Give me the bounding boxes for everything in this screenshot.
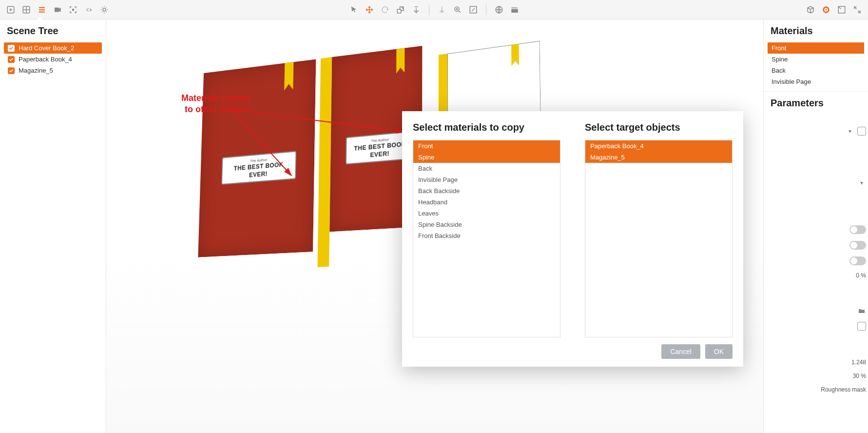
tree-item-label: Hard Cover Book_2	[19, 44, 74, 52]
toolbar-separator	[486, 4, 486, 15]
add-icon[interactable]	[4, 3, 18, 17]
scene-tree-item[interactable]: Hard Cover Book_2	[4, 42, 102, 54]
scene-tree-item[interactable]: Magazine_5	[4, 65, 102, 76]
copy-materials-dialog: Select materials to copy FrontSpineBackI…	[402, 111, 743, 367]
parameters-title: Parameters	[764, 91, 868, 114]
dialog-material-item[interactable]: Front	[413, 140, 560, 152]
clapper-icon[interactable]	[508, 3, 521, 17]
materials-list: FrontSpineBackInvisible Page	[764, 41, 868, 88]
chevron-down-icon[interactable]: ▾	[857, 178, 866, 187]
dialog-material-item[interactable]: Spine	[413, 152, 560, 163]
cube-icon[interactable]	[804, 3, 817, 17]
zoom-icon[interactable]	[451, 3, 464, 17]
dialog-material-item[interactable]: Back Backside	[413, 185, 560, 197]
move-icon[interactable]	[363, 3, 376, 17]
dialog-material-item[interactable]: Invisible Page	[413, 174, 560, 185]
checkbox[interactable]	[857, 322, 866, 331]
scene-tree-item[interactable]: Paperback Book_4	[4, 54, 102, 65]
material-icon[interactable]	[819, 3, 833, 17]
top-toolbar	[0, 0, 868, 20]
active-tab-indicator	[37, 17, 43, 20]
folder-icon[interactable]	[857, 307, 866, 315]
value-label: 0 %	[856, 272, 866, 279]
svg-point-2	[73, 9, 74, 10]
focus-icon[interactable]	[66, 3, 80, 17]
scene-tree-panel: Scene Tree Hard Cover Book_2Paperback Bo…	[0, 20, 106, 433]
globe-icon[interactable]	[492, 3, 506, 17]
parameters-controls: ▾ ▾ 0 % 1.248 30 % Roughness mask	[821, 127, 866, 393]
svg-point-10	[826, 9, 827, 10]
materials-title: Materials	[764, 20, 868, 41]
cursor-icon[interactable]	[347, 3, 361, 17]
rotate-icon[interactable]	[378, 3, 392, 17]
dialog-materials-list[interactable]: FrontSpineBackInvisible PageBack Backsid…	[413, 140, 560, 337]
toggle[interactable]	[849, 241, 866, 250]
chevron-down-icon[interactable]: ▾	[846, 127, 854, 136]
dialog-targets-list[interactable]: Paperback Book_4Magazine_5	[585, 140, 733, 337]
panel-icon[interactable]	[835, 3, 849, 17]
material-item[interactable]: Spine	[768, 54, 864, 65]
ok-button[interactable]: OK	[705, 344, 733, 359]
toggle[interactable]	[849, 225, 866, 234]
tree-item-label: Paperback Book_4	[19, 56, 72, 63]
dialog-right-title: Select target objects	[585, 122, 733, 133]
value-label: 30 %	[853, 373, 866, 379]
svg-rect-4	[397, 9, 401, 13]
dialog-material-item[interactable]: Front Backside	[413, 230, 560, 241]
scale-icon[interactable]	[394, 3, 407, 17]
camera-icon[interactable]	[51, 3, 64, 17]
snap-icon[interactable]	[435, 3, 449, 17]
material-item[interactable]: Back	[768, 65, 864, 76]
sun-icon[interactable]	[97, 3, 111, 17]
material-item[interactable]: Invisible Page	[768, 76, 864, 87]
cancel-button[interactable]: Cancel	[661, 344, 700, 359]
material-item[interactable]: Front	[768, 42, 864, 54]
dialog-target-item[interactable]: Paperback Book_4	[585, 140, 732, 152]
scene-tree-title: Scene Tree	[0, 20, 106, 41]
annotation-arrow	[179, 102, 423, 200]
list-icon[interactable]	[35, 3, 49, 17]
expand-icon[interactable]	[850, 3, 864, 17]
scene-tree-list: Hard Cover Book_2Paperback Book_4Magazin…	[0, 41, 106, 77]
gear-icon[interactable]	[82, 3, 96, 17]
roughness-mask-label: Roughness mask	[821, 386, 866, 393]
dialog-material-item[interactable]: Back	[413, 163, 560, 174]
dialog-material-item[interactable]: Leaves	[413, 208, 560, 219]
dialog-target-item[interactable]: Magazine_5	[585, 152, 732, 163]
value-label: 1.248	[851, 359, 866, 366]
toolbar-separator	[429, 4, 429, 15]
dialog-material-item[interactable]: Spine Backside	[413, 219, 560, 230]
visibility-checkbox[interactable]	[8, 56, 15, 63]
visibility-checkbox[interactable]	[8, 67, 15, 74]
visibility-checkbox[interactable]	[8, 45, 15, 52]
dialog-material-item[interactable]: Headband	[413, 197, 560, 208]
toggle[interactable]	[849, 256, 866, 265]
checkbox[interactable]	[857, 127, 866, 136]
edit-icon[interactable]	[466, 3, 480, 17]
grid-icon[interactable]	[19, 3, 33, 17]
svg-point-3	[103, 8, 106, 11]
pivot-icon[interactable]	[409, 3, 423, 17]
dialog-left-title: Select materials to copy	[413, 122, 560, 133]
tree-item-label: Magazine_5	[19, 67, 53, 74]
